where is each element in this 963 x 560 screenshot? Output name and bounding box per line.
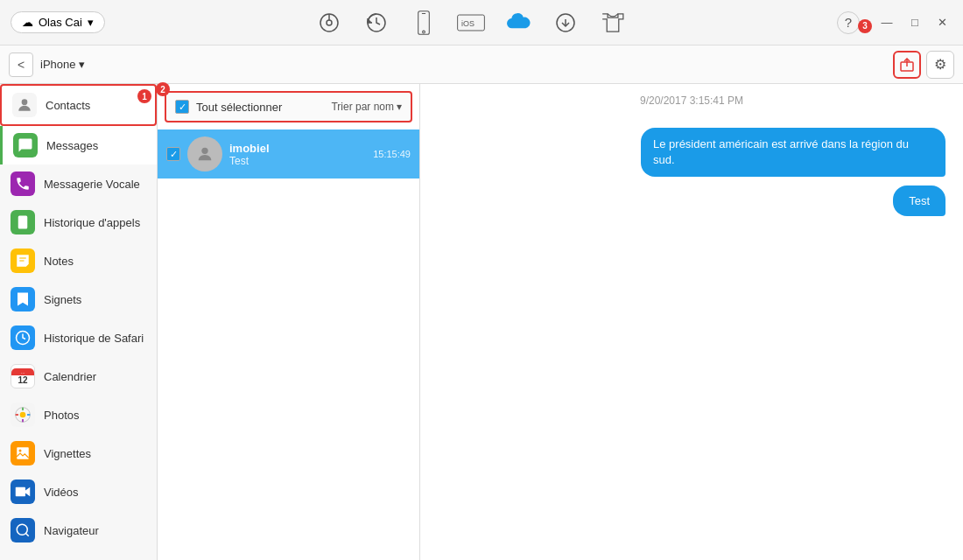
historique-appels-icon xyxy=(11,210,35,234)
tshirt-icon[interactable] xyxy=(599,9,627,37)
sidebar-item-signets[interactable]: Signets xyxy=(0,280,157,318)
sidebar-label-messagerie: Messagerie Vocale xyxy=(44,178,140,191)
sidebar: Contacts 1 Messages Messagerie Vocale Hi… xyxy=(0,84,158,560)
thread-preview: Test xyxy=(229,155,366,167)
chat-messages: Le président américain est arrivé dans l… xyxy=(420,117,963,560)
thread-checkbox[interactable]: ✓ xyxy=(166,147,180,161)
message-bubble-1: Le président américain est arrivé dans l… xyxy=(641,128,945,177)
sidebar-label-historique-safari: Historique de Safari xyxy=(44,332,144,345)
sidebar-label-messages: Messages xyxy=(46,139,98,152)
cloud-nav-icon[interactable] xyxy=(504,9,532,37)
title-bar-left: ☁ Olas Cai ▾ xyxy=(11,11,105,33)
ios-icon[interactable]: iOS xyxy=(457,9,485,37)
signets-icon xyxy=(11,287,35,312)
annotation-1-badge: 1 xyxy=(137,89,151,103)
sidebar-item-historique-appels[interactable]: Historique d'appels xyxy=(0,203,157,242)
svg-rect-27 xyxy=(16,487,25,497)
close-button[interactable]: ✕ xyxy=(933,13,952,32)
sidebar-item-notes[interactable]: Notes xyxy=(0,242,157,280)
svg-point-26 xyxy=(19,450,22,452)
sidebar-label-vignettes: Vignettes xyxy=(44,447,91,460)
message-text-1: Le président américain est arrivé dans l… xyxy=(641,128,945,177)
thread-info: imobiel Test xyxy=(229,142,366,167)
sidebar-item-historique-safari[interactable]: Historique de Safari xyxy=(0,318,157,357)
svg-marker-28 xyxy=(25,487,30,497)
device-dropdown-icon: ▾ xyxy=(79,58,85,71)
messagerie-icon xyxy=(11,172,35,196)
toolbar-right: ⚙ xyxy=(893,51,954,79)
svg-point-13 xyxy=(22,99,28,105)
export-button[interactable] xyxy=(893,51,921,79)
message-list-header: ✓ Tout sélectionner Trier par nom ▾ xyxy=(165,91,412,122)
sidebar-label-signets: Signets xyxy=(44,293,81,306)
sidebar-item-messagerie[interactable]: Messagerie Vocale xyxy=(0,164,157,203)
account-button[interactable]: ☁ Olas Cai ▾ xyxy=(11,11,105,33)
device-selector[interactable]: iPhone ▾ xyxy=(40,58,85,71)
account-dropdown-icon: ▾ xyxy=(88,16,94,29)
sidebar-label-videos: Vidéos xyxy=(44,486,79,499)
sidebar-label-photos: Photos xyxy=(44,409,79,422)
cloud-icon: ☁ xyxy=(22,16,33,29)
svg-point-15 xyxy=(22,226,24,228)
annotation-3-badge: 3 xyxy=(858,19,872,33)
main-content: Contacts 1 Messages Messagerie Vocale Hi… xyxy=(0,84,963,560)
sidebar-item-vignettes[interactable]: Vignettes xyxy=(0,434,157,472)
title-bar-right: ? 3 — □ ✕ xyxy=(837,11,952,34)
sidebar-label-historique-appels: Historique d'appels xyxy=(44,216,140,229)
messages-icon xyxy=(13,133,38,158)
sidebar-item-photos[interactable]: Photos xyxy=(0,396,157,434)
thread-avatar xyxy=(187,136,222,172)
contacts-icon xyxy=(12,93,37,117)
help-icon[interactable]: ? xyxy=(837,11,860,34)
title-bar: ☁ Olas Cai ▾ xyxy=(0,0,963,46)
vignettes-icon xyxy=(11,441,35,466)
select-all-label: Tout sélectionner xyxy=(196,101,324,114)
sidebar-label-contacts: Contacts xyxy=(46,99,90,112)
select-all-checkbox[interactable]: ✓ xyxy=(175,100,189,114)
sidebar-label-navigateur: Navigateur xyxy=(44,524,99,537)
historique-safari-icon xyxy=(11,326,35,350)
annotation-2-badge: 2 xyxy=(156,82,170,96)
videos-icon xyxy=(11,480,35,504)
phone-icon[interactable] xyxy=(410,9,438,37)
toolbar: < iPhone ▾ ⚙ xyxy=(0,46,963,84)
device-name: iPhone xyxy=(40,58,75,71)
message-list-panel: 2 ✓ Tout sélectionner Trier par nom ▾ ✓ xyxy=(158,84,420,560)
minimize-button[interactable]: — xyxy=(877,13,896,32)
chat-date: 9/20/2017 3:15:41 PM xyxy=(420,84,963,117)
back-button[interactable]: < xyxy=(9,52,33,77)
sidebar-item-calendrier[interactable]: ... 12 Calendrier xyxy=(0,357,157,396)
svg-text:iOS: iOS xyxy=(461,18,474,27)
svg-rect-25 xyxy=(17,447,29,459)
sort-button[interactable]: Trier par nom ▾ xyxy=(331,101,402,113)
sidebar-item-contacts[interactable]: Contacts 1 xyxy=(0,84,157,126)
sidebar-label-calendrier: Calendrier xyxy=(44,370,96,383)
message-thread-item[interactable]: ✓ imobiel Test 15:15:49 xyxy=(158,130,419,178)
sidebar-label-notes: Notes xyxy=(44,255,74,268)
svg-point-31 xyxy=(201,148,207,154)
svg-point-29 xyxy=(17,524,27,535)
download-icon[interactable] xyxy=(552,9,580,37)
sort-dropdown-icon: ▾ xyxy=(397,101,402,113)
thread-time: 15:15:49 xyxy=(373,149,411,159)
notes-icon xyxy=(11,248,35,273)
message-text-2: Test xyxy=(893,186,945,216)
title-bar-center: iOS xyxy=(315,9,627,37)
checkbox-check-icon: ✓ xyxy=(179,102,186,113)
sidebar-item-videos[interactable]: Vidéos xyxy=(0,472,157,511)
svg-point-20 xyxy=(20,412,26,418)
message-bubble-2: Test xyxy=(893,186,945,216)
svg-line-30 xyxy=(25,533,28,536)
sidebar-item-messages[interactable]: Messages xyxy=(0,126,157,164)
sort-label: Trier par nom xyxy=(331,101,394,113)
thread-checkbox-check: ✓ xyxy=(170,149,178,160)
calendrier-icon: ... 12 xyxy=(11,364,35,388)
photos-icon xyxy=(11,402,35,427)
history-icon[interactable] xyxy=(362,9,390,37)
thread-name: imobiel xyxy=(229,142,366,155)
sidebar-item-navigateur[interactable]: Navigateur xyxy=(0,511,157,550)
music-icon[interactable] xyxy=(315,9,343,37)
maximize-button[interactable]: □ xyxy=(905,13,924,32)
svg-point-6 xyxy=(423,31,425,33)
settings-button[interactable]: ⚙ xyxy=(926,51,954,79)
